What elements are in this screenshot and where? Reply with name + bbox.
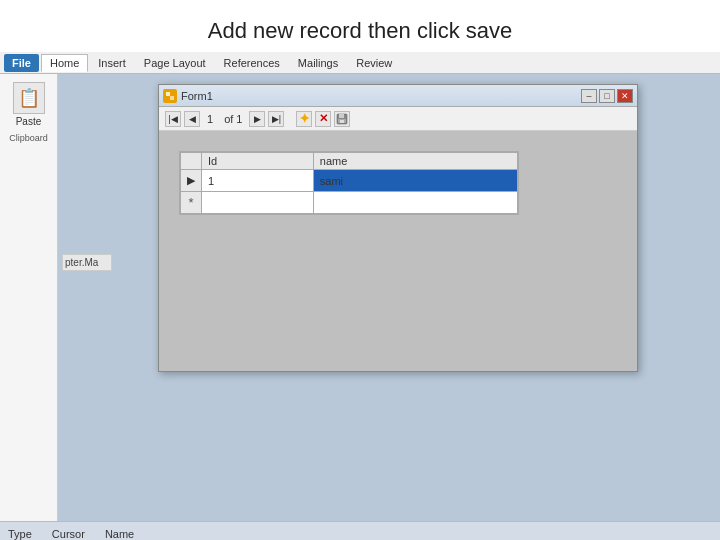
clipboard-label: Clipboard bbox=[9, 133, 48, 143]
slide-title: Add new record then click save bbox=[0, 0, 720, 54]
delete-record-button[interactable]: ✕ bbox=[315, 111, 331, 127]
status-name-label: Name bbox=[105, 528, 134, 540]
chapter-label: pter.Ma bbox=[62, 254, 112, 271]
svg-rect-0 bbox=[166, 92, 170, 96]
close-button[interactable]: ✕ bbox=[617, 89, 633, 103]
minimize-button[interactable]: – bbox=[581, 89, 597, 103]
ribbon: File Home Insert Page Layout References … bbox=[0, 52, 720, 74]
status-cursor-label: Cursor bbox=[52, 528, 85, 540]
status-cursor: Cursor bbox=[52, 528, 85, 540]
svg-rect-5 bbox=[340, 120, 344, 123]
cell-name-1[interactable]: sami bbox=[313, 170, 517, 192]
tab-page-layout[interactable]: Page Layout bbox=[136, 54, 214, 72]
col-name-header: name bbox=[313, 153, 517, 170]
status-bar: Type Cursor Name bbox=[0, 521, 720, 540]
col-id-header: Id bbox=[202, 153, 314, 170]
tab-home[interactable]: Home bbox=[41, 54, 88, 72]
new-row-star: * bbox=[188, 195, 193, 210]
record-total: of 1 bbox=[224, 113, 242, 125]
tab-mailings[interactable]: Mailings bbox=[290, 54, 346, 72]
file-tab[interactable]: File bbox=[4, 54, 39, 72]
add-record-button[interactable]: ✦ bbox=[296, 111, 312, 127]
record-number: 1 bbox=[207, 113, 213, 125]
last-record-button[interactable]: ▶| bbox=[268, 111, 284, 127]
table-row: ▶ 1 sami bbox=[181, 170, 518, 192]
form-titlebar: Form1 – □ ✕ bbox=[159, 85, 637, 107]
svg-rect-1 bbox=[170, 96, 174, 100]
form-window-controls: – □ ✕ bbox=[581, 89, 633, 103]
cell-id-1[interactable]: 1 bbox=[202, 170, 314, 192]
data-table: Id name ▶ 1 sami bbox=[179, 151, 519, 215]
tab-insert[interactable]: Insert bbox=[90, 54, 134, 72]
row-indicator-1: ▶ bbox=[181, 170, 202, 192]
nav-toolbar: |◀ ◀ 1 of 1 ▶ ▶| ✦ ✕ bbox=[159, 107, 637, 131]
document-area: pter.Ma Form1 – □ ✕ bbox=[58, 74, 720, 521]
paste-button[interactable]: 📋 Paste bbox=[13, 82, 45, 127]
paste-icon: 📋 bbox=[13, 82, 45, 114]
left-sidebar: 📋 Paste Clipboard bbox=[0, 74, 58, 521]
status-type-label: Type bbox=[8, 528, 32, 540]
save-record-button[interactable] bbox=[334, 111, 350, 127]
status-name: Name bbox=[105, 528, 134, 540]
form-content: Id name ▶ 1 sami bbox=[159, 131, 637, 371]
main-area: 📋 Paste Clipboard pter.Ma bbox=[0, 74, 720, 521]
first-record-button[interactable]: |◀ bbox=[165, 111, 181, 127]
prev-record-button[interactable]: ◀ bbox=[184, 111, 200, 127]
restore-button[interactable]: □ bbox=[599, 89, 615, 103]
tab-review[interactable]: Review bbox=[348, 54, 400, 72]
row-indicator-new: * bbox=[181, 192, 202, 214]
tab-references[interactable]: References bbox=[216, 54, 288, 72]
col-indicator-header bbox=[181, 153, 202, 170]
cell-id-new[interactable] bbox=[202, 192, 314, 214]
next-record-button[interactable]: ▶ bbox=[249, 111, 265, 127]
save-icon bbox=[336, 113, 348, 125]
paste-label: Paste bbox=[16, 116, 42, 127]
form-title-text: Form1 bbox=[181, 90, 577, 102]
form-window: Form1 – □ ✕ |◀ ◀ 1 of 1 ▶ ▶| ✦ bbox=[158, 84, 638, 372]
form-app-icon bbox=[163, 89, 177, 103]
table-row: * bbox=[181, 192, 518, 214]
word-window: File Home Insert Page Layout References … bbox=[0, 52, 720, 540]
cell-name-new[interactable] bbox=[313, 192, 517, 214]
svg-rect-3 bbox=[339, 114, 344, 118]
status-type: Type bbox=[8, 528, 32, 540]
